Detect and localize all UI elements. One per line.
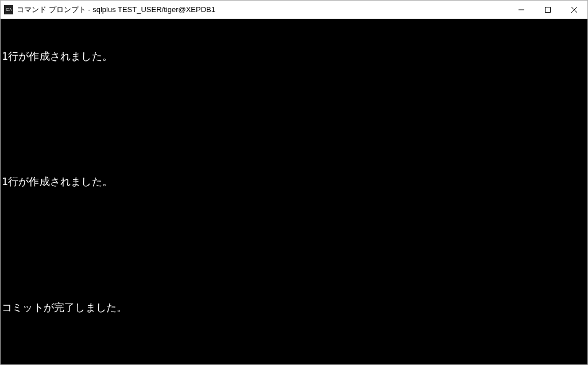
command-prompt-window: C:\ コマンド プロンプト - sqlplus TEST_USER/tiger… <box>0 0 588 365</box>
minimize-button[interactable] <box>508 1 535 18</box>
minimize-icon <box>519 7 524 13</box>
output-line: 1行が作成されました。 <box>2 49 586 63</box>
app-icon: C:\ <box>4 5 13 14</box>
close-button[interactable] <box>561 1 587 18</box>
output-line <box>2 259 586 272</box>
svg-rect-1 <box>546 7 551 12</box>
close-icon <box>571 7 577 13</box>
maximize-button[interactable] <box>535 1 561 18</box>
output-line <box>2 91 586 105</box>
output-line: 1行が作成されました。 <box>2 175 586 189</box>
window-title: コマンド プロンプト - sqlplus TEST_USER/tiger@XEP… <box>17 5 508 15</box>
app-icon-label: C:\ <box>6 7 11 12</box>
output-line <box>2 343 586 356</box>
window-controls <box>508 1 587 18</box>
output-line <box>2 133 586 147</box>
output-line: コミットが完了しました。 <box>2 301 586 314</box>
output-line <box>2 217 586 230</box>
console-area[interactable]: 1行が作成されました。 1行が作成されました。 コミットが完了しました。 Ora… <box>1 19 587 364</box>
window-titlebar[interactable]: C:\ コマンド プロンプト - sqlplus TEST_USER/tiger… <box>1 1 587 19</box>
maximize-icon <box>545 7 551 13</box>
